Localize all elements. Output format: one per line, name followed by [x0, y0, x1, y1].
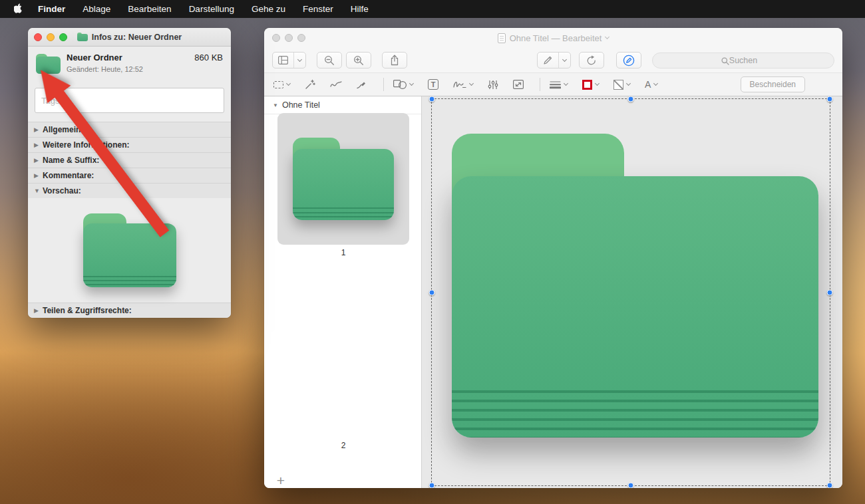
section-allgemein[interactable]: ▶ Allgemein:: [28, 122, 231, 137]
chevron-down-icon[interactable]: [294, 53, 305, 68]
menu-finder[interactable]: Finder: [38, 4, 65, 14]
selection-handle[interactable]: [429, 96, 435, 102]
markup-pencil-button[interactable]: [537, 52, 571, 68]
sketch-tool-button[interactable]: [330, 80, 342, 88]
adjust-sliders-icon: [488, 80, 498, 90]
disclosure-triangle-icon[interactable]: ▼: [34, 188, 43, 194]
search-input[interactable]: [653, 56, 834, 65]
canvas[interactable]: [422, 96, 842, 488]
selection-marquee[interactable]: [431, 98, 830, 486]
signature-button[interactable]: [453, 80, 473, 89]
disclosure-triangle-icon[interactable]: ▼: [273, 102, 278, 108]
add-page-button[interactable]: +: [273, 473, 288, 488]
preview-window-title[interactable]: Ohne Titel — Bearbeitet: [498, 33, 609, 43]
draw-tool-button[interactable]: [357, 80, 367, 89]
text-style-icon: A: [645, 79, 651, 90]
shapes-icon: [393, 80, 407, 89]
view-options-button[interactable]: [272, 52, 306, 68]
thumbnail-sidebar: ▼ Ohne Titel 1 2 +: [264, 96, 422, 488]
menu-gehe-zu[interactable]: Gehe zu: [252, 4, 285, 14]
apple-menu[interactable]: [14, 3, 23, 15]
chevron-down-icon: [286, 81, 291, 86]
disclosure-triangle-icon[interactable]: ▶: [34, 157, 43, 164]
pen-icon: [357, 80, 367, 89]
file-name: Neuer Ordner: [67, 53, 122, 63]
chevron-down-icon: [564, 81, 568, 86]
selection-handle[interactable]: [628, 96, 634, 102]
zoom-in-button[interactable]: [346, 52, 371, 68]
sidebar-section-title: Ohne Titel: [282, 100, 320, 110]
menu-darstellung[interactable]: Darstellung: [189, 4, 234, 14]
menu-fenster[interactable]: Fenster: [303, 4, 333, 14]
chevron-down-icon: [653, 81, 658, 86]
close-button[interactable]: [272, 34, 280, 42]
rectangular-selection-icon: [273, 81, 283, 88]
border-color-button[interactable]: [582, 80, 599, 90]
thumbnails-view-icon: [273, 53, 293, 68]
minimize-button[interactable]: [285, 34, 293, 42]
info-window-title: Infos zu: Neuer Ordner: [77, 33, 182, 42]
apple-icon: [14, 3, 23, 15]
selection-handle[interactable]: [628, 483, 634, 489]
file-size: 860 KB: [194, 53, 223, 63]
sidebar-section-header[interactable]: ▼ Ohne Titel: [264, 96, 421, 114]
adjust-color-button[interactable]: [488, 80, 498, 90]
instant-alpha-button[interactable]: [305, 79, 315, 90]
chevron-down-icon: [469, 81, 474, 86]
info-title-text: Infos zu: Neuer Ordner: [92, 33, 182, 42]
fill-color-button[interactable]: [613, 80, 630, 90]
shape-style-button[interactable]: [550, 80, 568, 89]
section-label: Vorschau:: [43, 186, 81, 195]
selection-handle[interactable]: [429, 289, 435, 295]
text-style-button[interactable]: A: [645, 79, 657, 90]
resize-icon: [513, 80, 524, 89]
info-titlebar[interactable]: Infos zu: Neuer Ordner: [28, 28, 231, 47]
sketch-icon: [330, 80, 342, 88]
markup-toolbar: T: [264, 73, 842, 96]
preview-title-text: Ohne Titel — Bearbeitet: [510, 33, 602, 43]
chevron-down-icon[interactable]: [559, 53, 570, 68]
document-icon: [498, 33, 506, 43]
preview-titlebar[interactable]: Ohne Titel — Bearbeitet: [264, 28, 842, 48]
menu-bearbeiten[interactable]: Bearbeiten: [128, 4, 171, 14]
shapes-tool-button[interactable]: [393, 80, 413, 89]
chevron-down-icon: [605, 35, 609, 39]
fill-color-swatch: [613, 80, 623, 90]
minimize-button[interactable]: [47, 33, 55, 41]
selection-handle[interactable]: [827, 96, 833, 102]
menu-hilfe[interactable]: Hilfe: [351, 4, 369, 14]
zoom-button[interactable]: [297, 34, 305, 42]
section-label: Teilen & Zugriffsrechte:: [43, 306, 132, 315]
selection-tool-button[interactable]: [273, 81, 290, 88]
selection-handle[interactable]: [827, 483, 833, 489]
zoom-button[interactable]: [59, 33, 67, 41]
search-field[interactable]: [652, 53, 834, 68]
menu-ablage[interactable]: Ablage: [83, 4, 110, 14]
zoom-out-button[interactable]: [317, 52, 342, 68]
menu-bar: Finder Ablage Bearbeiten Darstellung Geh…: [0, 0, 865, 18]
border-color-swatch: [582, 80, 592, 90]
text-tool-button[interactable]: T: [428, 79, 438, 90]
selection-handle[interactable]: [827, 289, 833, 295]
crop-button[interactable]: Beschneiden: [741, 76, 805, 92]
page-thumbnail-1[interactable]: [277, 113, 409, 245]
chevron-down-icon: [626, 81, 631, 86]
preview-area: [28, 198, 231, 303]
section-teilen-zugriffsrechte[interactable]: ▶ Teilen & Zugriffsrechte:: [28, 303, 231, 318]
close-button[interactable]: [34, 33, 42, 41]
adjust-size-button[interactable]: [513, 80, 524, 89]
section-name-suffix[interactable]: ▶ Name & Suffix:: [28, 152, 231, 168]
desktop-background: Finder Ablage Bearbeiten Darstellung Geh…: [0, 0, 865, 504]
disclosure-triangle-icon[interactable]: ▶: [34, 307, 43, 314]
modified-date: Geändert: Heute, 12:52: [67, 65, 143, 73]
disclosure-triangle-icon[interactable]: ▶: [34, 172, 43, 179]
section-weitere-informationen[interactable]: ▶ Weitere Informationen:: [28, 137, 231, 152]
page-number-label: 1: [277, 248, 409, 257]
disclosure-triangle-icon[interactable]: ▶: [34, 126, 43, 133]
markup-toolbar-toggle-button[interactable]: [616, 52, 641, 68]
disclosure-triangle-icon[interactable]: ▶: [34, 142, 43, 148]
window-controls: [272, 34, 305, 42]
rotate-button[interactable]: [579, 52, 604, 68]
share-button[interactable]: [382, 52, 407, 68]
selection-handle[interactable]: [429, 483, 435, 489]
